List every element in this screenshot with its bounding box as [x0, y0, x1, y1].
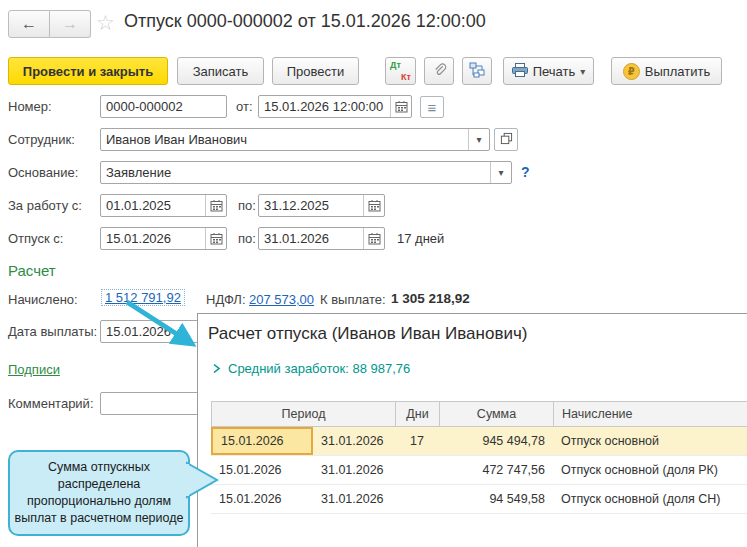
cell-accrual[interactable]: Отпуск основной: [553, 427, 747, 455]
signatures-link[interactable]: Подписи: [8, 362, 60, 377]
paperclip-icon: [432, 62, 447, 80]
vacation-calc-popup: Расчет отпуска (Иванов Иван Иванович) Ср…: [197, 313, 747, 547]
employee-value: Иванов Иван Иванович: [101, 132, 468, 147]
basis-value: Заявление: [101, 165, 490, 180]
avg-earnings-link[interactable]: Средний заработок: 88 987,76: [212, 361, 410, 376]
document-date-input[interactable]: 15.01.2026 12:00:00: [258, 95, 412, 118]
number-label: Номер:: [8, 99, 52, 114]
table-row[interactable]: 15.01.2026 31.01.2026 472 747,56 Отпуск …: [211, 456, 747, 485]
work-period-label: За работу с:: [8, 198, 82, 213]
cell-date-to[interactable]: 31.01.2026: [313, 427, 395, 455]
employee-open-button[interactable]: [494, 128, 518, 151]
date-from-label: от:: [236, 99, 253, 114]
post-button[interactable]: Провести: [272, 57, 359, 85]
document-structure-button[interactable]: [462, 57, 492, 85]
vacation-to-label: по:: [238, 231, 256, 246]
cell-date-from[interactable]: 15.01.2026: [211, 456, 313, 484]
vacation-from-value: 15.01.2026: [101, 231, 205, 246]
vacation-days-text: 17 дней: [397, 231, 444, 246]
comment-label: Комментарий:: [8, 396, 94, 411]
pay-button[interactable]: ₽ Выплатить: [611, 57, 722, 85]
post-and-close-button[interactable]: Провести и закрыть: [8, 57, 168, 85]
calc-section-title: Расчет: [8, 262, 56, 279]
print-label: Печать: [533, 64, 576, 79]
ruble-coin-icon: ₽: [623, 63, 640, 80]
cell-days[interactable]: [395, 456, 439, 484]
printer-icon: [512, 63, 528, 80]
write-label: Записать: [193, 64, 249, 79]
vacation-period-label: Отпуск с:: [8, 231, 63, 246]
annotation-arrow-icon: [120, 296, 210, 358]
cell-date-from[interactable]: 15.01.2026: [211, 485, 313, 513]
calendar-icon[interactable]: [390, 96, 411, 117]
col-period[interactable]: Период: [212, 402, 396, 426]
basis-label: Основание:: [8, 165, 78, 180]
basis-input[interactable]: Заявление ▾: [100, 161, 512, 184]
basis-dropdown-icon[interactable]: ▾: [490, 162, 511, 183]
employee-input[interactable]: Иванов Иван Иванович ▾: [100, 128, 490, 151]
number-menu-button[interactable]: ≡: [420, 96, 444, 118]
page-title: Отпуск 0000-000002 от 15.01.2026 12:00:0…: [124, 11, 486, 32]
cell-accrual[interactable]: Отпуск основной (доля РК): [553, 456, 747, 484]
cell-days[interactable]: [395, 485, 439, 513]
favorite-star-icon[interactable]: ☆: [96, 11, 115, 35]
vacation-document-window: ← → ☆ Отпуск 0000-000002 от 15.01.2026 1…: [0, 0, 747, 547]
print-dropdown-icon: ▾: [580, 66, 585, 77]
number-input[interactable]: 0000-000002: [100, 95, 227, 118]
col-days[interactable]: Дни: [396, 402, 440, 426]
nav-history-group: ← →: [8, 10, 91, 38]
print-button[interactable]: Печать ▾: [503, 57, 594, 85]
cell-date-to[interactable]: 31.01.2026: [313, 456, 395, 484]
calendar-icon[interactable]: [205, 195, 226, 216]
calendar-icon[interactable]: [363, 195, 384, 216]
forward-button[interactable]: →: [50, 10, 91, 38]
document-date-value: 15.01.2026 12:00:00: [259, 99, 390, 114]
vacation-from-input[interactable]: 15.01.2026: [100, 227, 227, 250]
pay-label: Выплатить: [645, 64, 711, 79]
forward-icon: →: [62, 15, 78, 33]
popup-title: Расчет отпуска (Иванов Иван Иванович): [208, 324, 527, 344]
calendar-icon[interactable]: [363, 228, 384, 249]
dt-kt-button[interactable]: ДтКт: [385, 57, 416, 85]
col-accrual[interactable]: Начисление: [554, 402, 747, 426]
work-to-value: 31.12.2025: [259, 198, 363, 213]
post-label: Провести: [287, 64, 345, 79]
work-from-input[interactable]: 01.01.2025: [100, 194, 227, 217]
number-value: 0000-000002: [101, 99, 226, 114]
payout-amount: 1 305 218,92: [391, 291, 470, 306]
col-sum[interactable]: Сумма: [440, 402, 554, 426]
basis-help-icon[interactable]: ?: [521, 164, 530, 180]
structure-icon: [469, 62, 485, 81]
back-icon: ←: [21, 15, 37, 33]
employee-label: Сотрудник:: [8, 132, 75, 147]
ndfl-amount-link[interactable]: 207 573,00: [249, 292, 314, 307]
cell-sum[interactable]: 945 494,78: [439, 427, 553, 455]
cell-date-from[interactable]: 15.01.2026: [211, 427, 313, 455]
vacation-to-input[interactable]: 31.01.2026: [258, 227, 385, 250]
callout-bubble: Сумма отпускных распределена пропорциона…: [8, 450, 190, 536]
write-button[interactable]: Записать: [177, 57, 264, 85]
chevron-right-icon: [212, 363, 221, 374]
cell-sum[interactable]: 472 747,56: [439, 456, 553, 484]
work-to-label: по:: [238, 198, 256, 213]
cell-days[interactable]: 17: [395, 427, 439, 455]
work-to-input[interactable]: 31.12.2025: [258, 194, 385, 217]
attachments-button[interactable]: [424, 57, 454, 85]
dt-kt-icon: ДтКт: [386, 58, 415, 84]
work-from-value: 01.01.2025: [101, 198, 205, 213]
table-header-row: Период Дни Сумма Начисление: [211, 401, 747, 427]
cell-accrual[interactable]: Отпуск основной (доля СН): [553, 485, 747, 513]
back-button[interactable]: ←: [8, 10, 50, 38]
vacation-to-value: 31.01.2026: [259, 231, 363, 246]
table-row[interactable]: 15.01.2026 31.01.2026 94 549,58 Отпуск о…: [211, 485, 747, 514]
cell-date-to[interactable]: 31.01.2026: [313, 485, 395, 513]
post-and-close-label: Провести и закрыть: [23, 64, 153, 79]
table-row[interactable]: 15.01.2026 31.01.2026 17 945 494,78 Отпу…: [211, 427, 747, 456]
cell-sum[interactable]: 94 549,58: [439, 485, 553, 513]
employee-dropdown-icon[interactable]: ▾: [468, 129, 489, 150]
accrued-label: Начислено:: [8, 292, 78, 307]
ndfl-label: НДФЛ:: [206, 292, 246, 307]
payment-date-label: Дата выплаты:: [8, 324, 97, 339]
callout-tail: [186, 461, 220, 499]
calendar-icon[interactable]: [205, 228, 226, 249]
